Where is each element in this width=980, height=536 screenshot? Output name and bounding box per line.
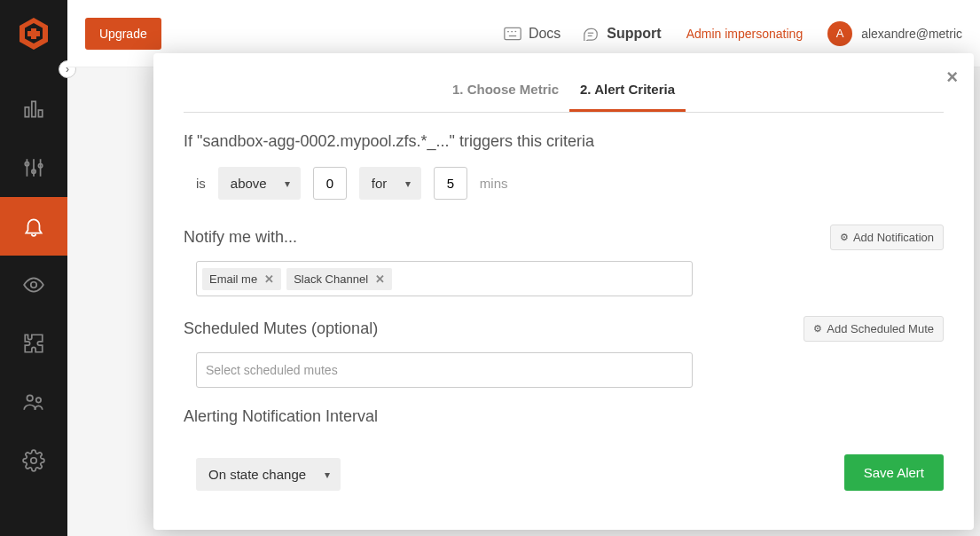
svg-point-15	[36, 398, 41, 402]
interval-select-wrap: On state change	[196, 458, 341, 491]
nav-team[interactable]	[0, 373, 67, 431]
nav-dashboards[interactable]	[0, 138, 67, 197]
criteria-heading: If "sandbox-agg-0002.mypool.zfs.*_..." t…	[184, 132, 944, 151]
gear-icon: ⚙	[840, 232, 849, 243]
nav-metrics[interactable]	[0, 80, 67, 138]
bell-icon	[22, 215, 45, 238]
criteria-is-label: is	[196, 176, 206, 191]
alert-modal: × 1. Choose Metric 2. Alert Criteria If …	[153, 53, 974, 530]
svg-point-16	[31, 458, 37, 464]
logo-icon	[16, 16, 51, 51]
mutes-title: Scheduled Mutes (optional)	[184, 319, 378, 338]
logo[interactable]	[0, 0, 67, 67]
nav-settings[interactable]	[0, 431, 67, 490]
remove-tag-icon[interactable]: ✕	[375, 272, 385, 286]
add-notification-label: Add Notification	[853, 231, 934, 244]
threshold-input[interactable]	[313, 167, 347, 200]
criteria-row: is above for mins	[196, 167, 944, 200]
users-icon	[22, 390, 45, 414]
duration-input[interactable]	[434, 167, 467, 200]
save-alert-button[interactable]: Save Alert	[844, 454, 944, 491]
add-scheduled-mute-label: Add Scheduled Mute	[827, 322, 934, 335]
remove-tag-icon[interactable]: ✕	[264, 272, 274, 286]
sidebar: ›	[0, 0, 67, 536]
svg-point-13	[31, 282, 37, 288]
mutes-header: Scheduled Mutes (optional) ⚙ Add Schedul…	[184, 316, 944, 342]
svg-rect-5	[32, 101, 35, 116]
bar-chart-icon	[22, 98, 45, 121]
mutes-tag-input[interactable]: Select scheduled mutes	[196, 352, 693, 388]
modal-backdrop: × 1. Choose Metric 2. Alert Criteria If …	[67, 0, 980, 536]
svg-point-14	[27, 395, 33, 401]
tab-alert-criteria[interactable]: 2. Alert Criteria	[569, 82, 686, 112]
notify-tag-input[interactable]: Email me ✕ Slack Channel ✕	[196, 261, 693, 296]
puzzle-icon	[22, 332, 45, 355]
nav-alerts[interactable]	[0, 197, 67, 256]
interval-title: Alerting Notification Interval	[184, 407, 944, 426]
eye-icon	[22, 273, 45, 296]
close-button[interactable]: ×	[946, 66, 958, 89]
modal-tabs: 1. Choose Metric 2. Alert Criteria	[184, 82, 944, 113]
nav-integrations[interactable]	[0, 314, 67, 373]
nav-status[interactable]	[0, 256, 67, 314]
notify-tag-label: Email me	[209, 272, 257, 286]
gear-icon	[22, 449, 45, 472]
nav	[0, 80, 67, 490]
mutes-placeholder: Select scheduled mutes	[202, 363, 338, 377]
comparator-select[interactable]: above	[218, 167, 301, 200]
sliders-icon	[22, 156, 45, 179]
mins-label: mins	[480, 176, 508, 191]
svg-rect-3	[27, 31, 40, 36]
notify-tag: Email me ✕	[202, 268, 281, 290]
notify-title: Notify me with...	[184, 228, 297, 247]
notify-header: Notify me with... ⚙ Add Notification	[184, 225, 944, 250]
notify-tag-label: Slack Channel	[294, 272, 368, 286]
tab-choose-metric[interactable]: 1. Choose Metric	[442, 82, 569, 112]
interval-row: On state change Save Alert	[184, 442, 944, 491]
svg-rect-6	[38, 110, 42, 117]
duration-mode-select[interactable]: for	[359, 167, 421, 200]
add-scheduled-mute-button[interactable]: ⚙ Add Scheduled Mute	[804, 316, 944, 342]
add-notification-button[interactable]: ⚙ Add Notification	[830, 225, 944, 250]
comparator-select-wrap: above	[218, 167, 301, 200]
interval-select[interactable]: On state change	[196, 458, 341, 491]
gear-icon: ⚙	[813, 323, 822, 335]
notify-tag: Slack Channel ✕	[286, 268, 392, 290]
svg-rect-4	[25, 107, 28, 117]
duration-mode-select-wrap: for	[359, 167, 421, 200]
